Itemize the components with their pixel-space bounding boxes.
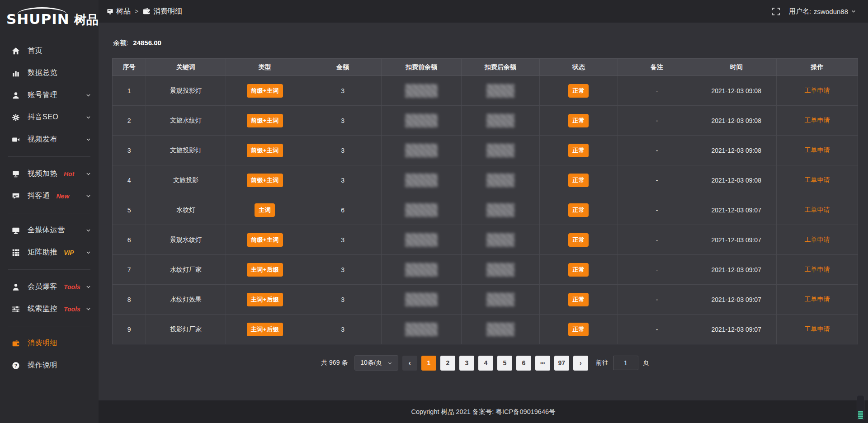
cell-type: 前缀+主词 [226, 136, 304, 165]
breadcrumb-home-crumb[interactable]: 树品 [107, 7, 131, 16]
app: SHUPIN 树品 首页数据总览账号管理抖音SEO视频发布视频加热Hot抖客通N… [0, 0, 868, 423]
cell-status: 正常 [539, 136, 618, 165]
cell-amount: 3 [304, 315, 381, 344]
status-badge: 正常 [568, 293, 589, 306]
sidebar-item-account-management[interactable]: 账号管理 [0, 84, 99, 106]
chevron-down-icon [85, 249, 91, 255]
cell-amount: 3 [304, 225, 381, 255]
sidebar-item-data-overview[interactable]: 数据总览 [0, 62, 99, 84]
status-badge: 正常 [568, 323, 589, 336]
cell-index: 1 [113, 76, 146, 106]
type-badge: 前缀+主词 [247, 144, 283, 157]
cell-time: 2021-12-03 09:08 [696, 106, 777, 136]
page-button-4[interactable]: 4 [478, 356, 493, 371]
page-size-select[interactable]: 10条/页 [354, 355, 398, 371]
work-order-link[interactable]: 工单申请 [805, 206, 830, 213]
blurred-balance [405, 203, 438, 217]
cell-time: 2021-12-03 09:07 [696, 315, 777, 344]
cell-post-balance [461, 106, 539, 136]
page-button-3[interactable]: 3 [459, 356, 474, 371]
blurred-balance [405, 114, 438, 127]
cell-amount: 3 [304, 165, 381, 195]
work-order-link[interactable]: 工单申请 [805, 87, 830, 94]
page-button-2[interactable]: 2 [440, 356, 455, 371]
sidebar-item-label: 数据总览 [28, 68, 57, 78]
cell-post-balance [461, 136, 539, 165]
copyright-text: Copyright 树品 2021 备案号: 粤ICP备09019646号 [411, 408, 555, 416]
sidebar-item-matrix-boost[interactable]: 矩阵助推VIP [0, 241, 99, 263]
sidebar-item-video-heat[interactable]: 视频加热Hot [0, 163, 99, 185]
sidebar-item-member-burst[interactable]: 会员爆客Tools [0, 276, 99, 298]
cell-status: 正常 [539, 285, 618, 315]
sidebar-item-lead-monitor[interactable]: 线索监控Tools [0, 298, 99, 320]
page-button-1[interactable]: 1 [421, 356, 436, 371]
work-order-link[interactable]: 工单申请 [805, 176, 830, 183]
status-badge: 正常 [568, 114, 589, 127]
cell-remark: - [618, 225, 696, 255]
prev-page-button[interactable]: ‹ [402, 356, 417, 371]
sidebar-divider [8, 156, 90, 157]
work-order-link[interactable]: 工单申请 [805, 266, 830, 273]
sidebar-item-tag: Tools [64, 306, 80, 313]
breadcrumb-label: 消费明细 [153, 7, 182, 16]
user-menu[interactable]: 用户名: zswodun88 [789, 7, 856, 16]
brand-logo[interactable]: SHUPIN 树品 [0, 4, 99, 34]
monitor-icon [12, 226, 21, 235]
sidebar-item-home[interactable]: 首页 [0, 40, 99, 62]
next-page-button[interactable]: › [573, 356, 588, 371]
cell-remark: - [618, 195, 696, 225]
sidebar-item-label: 消费明细 [28, 338, 57, 348]
page-button-6[interactable]: 6 [516, 356, 531, 371]
sidebar-item-help[interactable]: ?操作说明 [0, 354, 99, 376]
sidebar-item-douyin-seo[interactable]: 抖音SEO [0, 106, 99, 128]
breadcrumb: 树品>消费明细 [107, 7, 182, 16]
page-button-97[interactable]: 97 [554, 356, 569, 371]
table-row: 7水纹灯厂家主词+后缀3正常-2021-12-03 09:07工单申请 [113, 255, 858, 285]
cell-pre-balance [382, 315, 461, 344]
page-button-5[interactable]: 5 [497, 356, 512, 371]
work-order-link[interactable]: 工单申请 [805, 296, 830, 303]
svg-text:?: ? [14, 362, 18, 368]
sidebar-item-label: 线索监控 [28, 304, 57, 314]
sidebar-item-label: 视频发布 [28, 135, 57, 144]
work-order-link[interactable]: 工单申请 [805, 146, 830, 154]
chevron-down-icon [85, 136, 91, 142]
sidebar-item-label: 抖音SEO [28, 113, 58, 122]
fullscreen-icon[interactable] [772, 8, 780, 15]
floating-widget[interactable] [857, 395, 864, 420]
work-order-link[interactable]: 工单申请 [805, 117, 830, 124]
sidebar-item-tag: Hot [64, 170, 74, 178]
work-order-link[interactable]: 工单申请 [805, 236, 830, 243]
cell-time: 2021-12-03 09:08 [696, 136, 777, 165]
table-row: 4文旅投影前缀+主词3正常-2021-12-03 09:08工单申请 [113, 165, 858, 195]
cell-action: 工单申请 [777, 195, 858, 225]
cell-type: 前缀+主词 [226, 76, 304, 106]
chevron-down-icon [85, 114, 91, 120]
sidebar-menu: 首页数据总览账号管理抖音SEO视频发布视频加热Hot抖客通New全媒体运营矩阵助… [0, 34, 99, 376]
sidebar-divider [8, 213, 90, 213]
cell-keyword: 投影灯厂家 [146, 315, 226, 344]
page-ellipsis-button[interactable]: ••• [535, 356, 550, 371]
cell-post-balance [461, 285, 539, 315]
status-badge: 正常 [568, 263, 589, 277]
sidebar-item-consume-detail[interactable]: 消费明细 [0, 332, 99, 354]
home-icon [12, 47, 21, 55]
breadcrumb-current-crumb[interactable]: 消费明细 [142, 7, 182, 16]
cell-time: 2021-12-03 09:07 [696, 255, 777, 285]
logo-arc-decoration [17, 7, 67, 14]
sidebar-item-all-media-operation[interactable]: 全媒体运营 [0, 219, 99, 241]
goto-label: 前往 [596, 359, 609, 367]
breadcrumb-separator: > [135, 8, 138, 15]
blurred-balance [486, 203, 514, 217]
chevron-down-icon [387, 361, 392, 366]
goto-page-input[interactable] [613, 356, 638, 370]
sidebar-item-douketong[interactable]: 抖客通New [0, 185, 99, 207]
work-order-link[interactable]: 工单申请 [805, 325, 830, 333]
cell-index: 5 [113, 195, 146, 225]
table-row: 6景观水纹灯前缀+主词3正常-2021-12-03 09:07工单申请 [113, 225, 858, 255]
cell-type: 前缀+主词 [226, 225, 304, 255]
username-value: zswodun88 [814, 8, 848, 15]
cell-post-balance [461, 255, 539, 285]
sidebar-item-video-publish[interactable]: 视频发布 [0, 128, 99, 150]
topbar-right: 用户名: zswodun88 [772, 7, 856, 16]
